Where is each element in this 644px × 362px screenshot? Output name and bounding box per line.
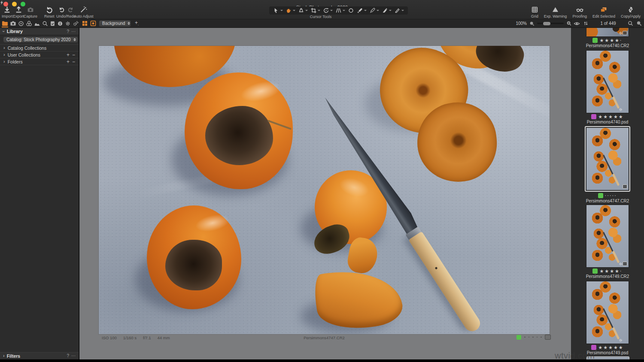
background-select[interactable]: Background (99, 20, 131, 27)
image-viewer: ISO 1001/160 sf/7.144 mm Persimmons4747.… (79, 28, 571, 359)
sidebar-section-user-collections[interactable]: ›User Collections+− (0, 51, 79, 58)
thumbnail-filename: Persimmons4747.CR2 (586, 199, 629, 203)
variant-badge-icon (623, 262, 627, 266)
more-button[interactable]: ··· (71, 353, 76, 358)
loupe-tool[interactable] (297, 7, 309, 14)
add-button[interactable]: + (67, 60, 70, 63)
thumbnail-filename: Persimmons4740.psd (587, 120, 629, 124)
camera-icon (27, 6, 34, 13)
color-tag[interactable] (591, 114, 596, 119)
filmstrip-item[interactable]: ·····Persimmons4747.CR2 (571, 126, 644, 203)
star-rating[interactable]: ★★★★★ (598, 345, 623, 350)
multi-view-toggle[interactable] (82, 21, 88, 26)
tab-settings[interactable] (65, 20, 71, 27)
reset-button[interactable]: Reset (44, 6, 55, 18)
tab-capture[interactable] (10, 20, 16, 27)
star-rating[interactable]: ★★★★· (599, 268, 622, 274)
filmstrip: ★★★★·Persimmons4740.CR2★★★★★Persimmons47… (571, 28, 644, 359)
photo-persimmons (99, 46, 550, 334)
tab-metadata[interactable] (50, 20, 55, 27)
filters-header[interactable]: › Filters ? ··· (0, 352, 79, 359)
viewer-toolbar: Background +. 100% (79, 19, 574, 27)
tab-color[interactable] (26, 20, 32, 27)
rating-row: ★★★★· (592, 268, 622, 274)
single-view-toggle[interactable] (90, 21, 96, 26)
rotate-tool[interactable] (322, 7, 334, 14)
help-button[interactable]: ? (67, 29, 69, 34)
select-tool[interactable] (272, 7, 284, 14)
star-rating[interactable]: ★★★★★ (598, 114, 623, 119)
thumbnail-image[interactable] (586, 28, 629, 36)
tab-adjustments[interactable] (34, 20, 40, 27)
copy-apply-button[interactable]: Copy/Apply (621, 6, 641, 18)
eye-icon[interactable] (574, 21, 580, 26)
section-label: User Collections (8, 52, 40, 57)
color-tag[interactable] (592, 268, 598, 274)
tab-process[interactable] (73, 20, 79, 27)
thumbnail-image[interactable] (586, 281, 629, 344)
sidebar-section-catalog-collections[interactable]: ›Catalog Collections (0, 45, 79, 51)
proofing-button[interactable]: Proofing (572, 6, 587, 18)
add-button[interactable]: + (67, 53, 70, 57)
crop-tool[interactable] (310, 7, 321, 14)
color-tag[interactable] (598, 193, 603, 198)
selected-thumbnail-frame (585, 126, 630, 192)
tab-lens[interactable] (18, 20, 24, 27)
photo-calyx-upper (205, 106, 273, 165)
caption-options-icon[interactable] (545, 335, 551, 340)
toolbar: Stock Photography 2020 Import Export Cap… (0, 0, 644, 19)
undo-redo-buttons[interactable]: Undo/Redo (56, 6, 76, 18)
keystone-tool[interactable] (334, 7, 346, 14)
thumbnail-image[interactable] (586, 205, 629, 267)
color-picker-tool[interactable] (368, 7, 380, 14)
search-icon[interactable] (628, 21, 633, 26)
filmstrip-item[interactable]: ★★★★★Persimmons4749.psd (571, 281, 644, 355)
star-rating[interactable]: ★★★★· (599, 38, 622, 43)
library-header[interactable]: › Library ? ··· (0, 28, 79, 35)
rating-row: ★★★★· (592, 38, 622, 43)
add-background-button[interactable]: +. (134, 21, 140, 27)
star-rating[interactable]: ····· (605, 193, 617, 198)
filmstrip-item[interactable]: ★★★★·Persimmons4749.CR2 (571, 205, 644, 279)
capture-button[interactable]: Capture (24, 6, 37, 18)
pan-tool[interactable] (285, 7, 296, 14)
color-tag[interactable] (591, 345, 596, 350)
cursor-tools-label: Cursor Tools (269, 15, 372, 19)
rating-dots[interactable] (524, 337, 542, 338)
auto-adjust-button[interactable]: Auto Adjust (74, 6, 94, 18)
sidebar-section-folders[interactable]: ›Folders+− (0, 58, 79, 65)
remove-button[interactable]: − (72, 60, 75, 63)
tab-library[interactable] (2, 20, 8, 27)
exposure-warning-button[interactable]: Exp. Warning (544, 6, 567, 18)
watermark: wtvid.com (555, 351, 595, 361)
filter-loupe-icon[interactable] (636, 21, 642, 26)
photo-calyx-lower (165, 240, 222, 290)
zoom-slider[interactable] (537, 23, 564, 24)
edit-selected-button[interactable]: Edit Selected (592, 6, 615, 18)
tab-details[interactable] (42, 20, 48, 27)
catalog-select[interactable]: Catalog: Stock Photography 2020 (3, 36, 78, 43)
remove-button[interactable]: − (72, 53, 75, 57)
filmstrip-item[interactable]: ★★★★★Persimmons4740.psd (571, 51, 644, 124)
spot-removal-tool[interactable] (347, 7, 355, 14)
more-button[interactable]: ··· (71, 29, 76, 34)
zoom-out-icon[interactable] (529, 21, 535, 26)
tab-info[interactable] (57, 20, 63, 27)
process-gear-icon (619, 108, 623, 112)
filmstrip-item[interactable]: ★★★★·Persimmons4740.CR2 (571, 28, 644, 48)
white-balance-picker-tool[interactable] (356, 7, 368, 14)
thumbnail-image[interactable] (586, 128, 629, 190)
color-tag[interactable] (592, 38, 598, 43)
draw-mask-tool[interactable] (381, 7, 392, 14)
thumbnail-filename: Persimmons4749.CR2 (586, 274, 629, 279)
help-button[interactable]: ? (67, 353, 69, 358)
annotate-tool[interactable] (393, 7, 405, 14)
thumbnail-image[interactable] (586, 51, 629, 113)
zoom-slider-thumb[interactable] (543, 22, 550, 25)
color-tag-green[interactable] (516, 335, 521, 340)
sort-icon[interactable] (583, 21, 589, 26)
grid-button[interactable]: Grid (531, 6, 538, 18)
export-button[interactable]: Export (13, 6, 24, 18)
process-gear-icon (619, 338, 623, 342)
import-button[interactable]: Import (2, 6, 13, 18)
